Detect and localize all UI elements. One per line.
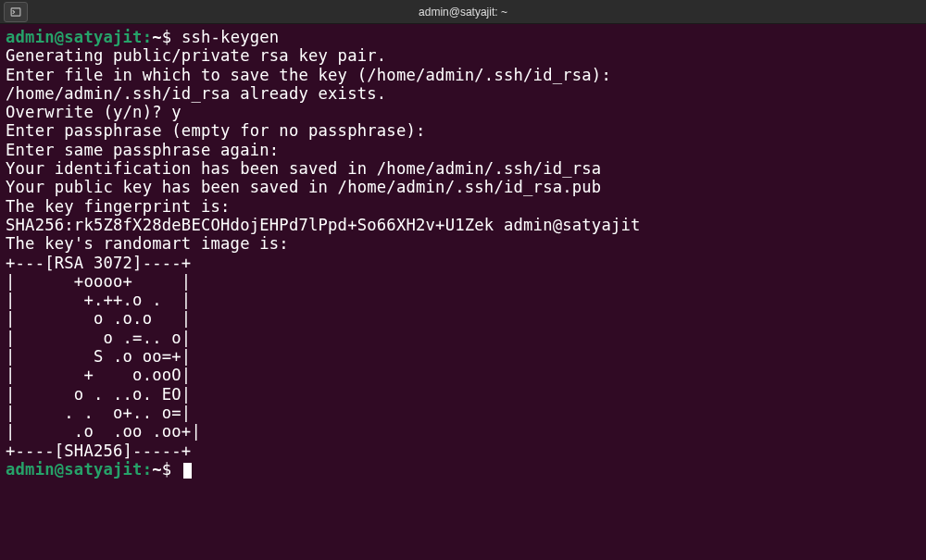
randomart-line: | +.++.o . | <box>6 291 920 309</box>
output-line: Overwrite (y/n)? y <box>6 103 920 121</box>
prompt-separator: : <box>143 28 153 46</box>
prompt-user-host: admin@satyajit <box>6 460 143 479</box>
randomart-line: | . . o+.. o=| <box>6 404 920 422</box>
output-line: /home/admin/.ssh/id_rsa already exists. <box>6 84 920 103</box>
svg-rect-0 <box>11 7 20 15</box>
terminal-icon <box>10 6 21 18</box>
output-line: The key fingerprint is: <box>6 197 920 216</box>
window-titlebar: admin@satyajit: ~ <box>0 0 926 24</box>
terminal-body[interactable]: admin@satyajit:~$ ssh-keygenGenerating p… <box>0 24 926 484</box>
output-line: SHA256:rk5Z8fX28deBECOHdojEHPd7lPpd+So66… <box>6 216 920 234</box>
window-title: admin@satyajit: ~ <box>0 6 926 19</box>
randomart-line: | .o .oo .oo+| <box>6 422 920 441</box>
new-tab-button[interactable] <box>4 2 28 22</box>
output-line: Enter file in which to save the key (/ho… <box>6 66 920 84</box>
output-line: The key's randomart image is: <box>6 234 920 253</box>
randomart-line: | o . ..o. EO| <box>6 385 920 404</box>
output-line: Enter passphrase (empty for no passphras… <box>6 121 920 140</box>
prompt-line-1: admin@satyajit:~$ ssh-keygen <box>6 28 920 46</box>
randomart-line: | + o.ooO| <box>6 366 920 384</box>
prompt-path: ~ <box>152 460 162 479</box>
prompt-line-2: admin@satyajit:~$ <box>6 460 920 479</box>
randomart-line: | +oooo+ | <box>6 272 920 291</box>
output-line: Generating public/private rsa key pair. <box>6 46 920 65</box>
command-text: ssh-keygen <box>181 28 279 46</box>
prompt-dollar: $ <box>162 28 172 46</box>
prompt-separator: : <box>143 460 153 479</box>
output-line: Enter same passphrase again: <box>6 141 920 159</box>
randomart-line: +---[RSA 3072]----+ <box>6 254 920 272</box>
prompt-path: ~ <box>152 28 162 46</box>
prompt-user-host: admin@satyajit <box>6 28 143 46</box>
randomart-line: +----[SHA256]-----+ <box>6 442 920 460</box>
output-line: Your public key has been saved in /home/… <box>6 178 920 196</box>
cursor <box>183 463 192 479</box>
randomart-line: | S .o oo=+| <box>6 347 920 366</box>
output-line: Your identification has been saved in /h… <box>6 159 920 178</box>
randomart-line: | o .o.o | <box>6 309 920 328</box>
prompt-dollar: $ <box>162 460 172 479</box>
randomart-line: | o .=.. o| <box>6 329 920 347</box>
